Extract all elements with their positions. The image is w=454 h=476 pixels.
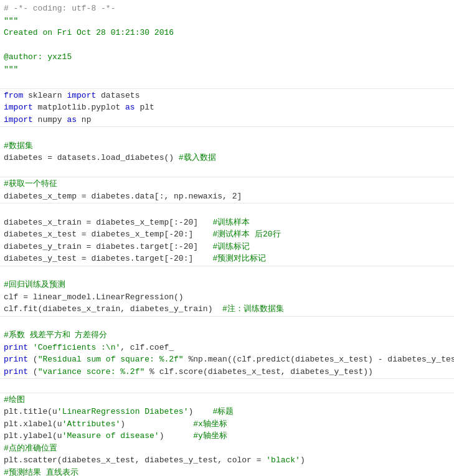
code-token: #测试样本 后20行 (212, 228, 280, 241)
code-token: as (67, 114, 77, 126)
code-token: #训练标记 (212, 241, 250, 253)
code-line: Created on Fri Oct 28 01:21:30 2016 (0, 27, 454, 39)
code-token: "variance score: %.2f" (38, 366, 145, 378)
code-token: plt.scatter(diabetes_x_test, diabetes_y_… (4, 454, 266, 467)
code-token: ) (300, 454, 305, 467)
code-token: """ (4, 15, 18, 27)
code-token: plt.title(u (4, 406, 57, 418)
code-line: @author: yxz15 (0, 51, 454, 63)
code-token: 'black' (266, 454, 300, 467)
code-token: """ (4, 63, 18, 76)
code-token: #注：训练数据集 (222, 303, 284, 315)
code-token: Created (4, 27, 38, 39)
code-token: matplotlib.pyplot (33, 101, 125, 114)
code-token: 28 01:21:30 2016 (91, 27, 174, 39)
code-token: from (4, 90, 23, 102)
code-token: plt.xlabel(u (4, 418, 62, 431)
code-token: ) (188, 406, 212, 418)
code-line: clf.fit(diabetes_x_train, diabetes_y_tra… (0, 303, 454, 315)
section-separator (0, 316, 454, 317)
code-editor: # -*- coding: utf-8 -*-"""Created on Fri… (0, 0, 454, 476)
code-token: import (4, 101, 33, 114)
code-line (0, 317, 454, 330)
code-token: 'LinearRegression Diabetes' (57, 406, 189, 418)
code-token: % clf.score(diabetes_x_test, diabetes_y_… (144, 366, 373, 378)
code-token: on Fri (38, 27, 77, 39)
code-line: diabetes_y_test = diabetes.target[-20:] … (0, 253, 454, 265)
section-separator (0, 266, 454, 266)
code-token: ) (159, 430, 194, 442)
code-token: #点的准确位置 (4, 442, 57, 455)
code-token: "Residual sum of square: %.2f" (38, 353, 184, 366)
section-separator (0, 393, 454, 393)
code-line: print 'Coefficients :\n', clf.coef_ (0, 342, 454, 354)
code-line: #回归训练及预测 (0, 279, 454, 291)
code-token: #获取一个特征 (4, 178, 57, 190)
code-token: import (4, 114, 33, 126)
code-token: ) (120, 418, 193, 431)
code-line: #预测结果 直线表示 (0, 467, 454, 477)
code-line (0, 75, 454, 88)
code-line: #系数 残差平方和 方差得分 (0, 329, 454, 342)
code-token: import (67, 90, 96, 102)
code-line: diabetes_x_train = diabetes_x_temp[:-20]… (0, 217, 454, 229)
code-token: plt.ylabel(u (4, 430, 62, 442)
code-line (0, 204, 454, 217)
code-token: diabetes_x_temp = diabetes.data[:, np.ne… (4, 190, 242, 203)
section-separator (0, 203, 454, 203)
code-token: #训练样本 (212, 217, 250, 229)
code-token: 'Coefficients :\n' (33, 342, 120, 354)
code-token: #x轴坐标 (193, 418, 227, 431)
code-line: diabetes = datasets.load_diabetes() #载入数… (0, 152, 454, 164)
code-token: #数据集 (4, 140, 33, 152)
code-line: print ("Residual sum of square: %.2f" %n… (0, 353, 454, 366)
code-token: Oct (77, 27, 91, 39)
code-token: #载入数据 (179, 152, 216, 164)
code-token: #回归训练及预测 (4, 279, 65, 291)
code-token: ( (28, 353, 38, 366)
code-token: # -*- coding: utf-8 -*- (4, 2, 115, 15)
code-line: print ("variance score: %.2f" % clf.scor… (0, 366, 454, 378)
code-line (0, 128, 454, 140)
code-line: diabetes_x_test = diabetes_x_temp[-20:] … (0, 228, 454, 241)
code-token: clf.fit(diabetes_x_train, diabetes_y_tra… (4, 303, 222, 315)
code-token: numpy (33, 114, 67, 126)
code-token (28, 342, 33, 354)
code-line: from sklearn import datasets (0, 90, 454, 102)
code-token: np (77, 114, 91, 126)
code-token: 'Measure of disease' (62, 430, 159, 442)
code-line: import numpy as np (0, 114, 454, 126)
code-token: @author: yxz15 (4, 51, 72, 63)
code-line: plt.title(u'LinearRegression Diabetes') … (0, 406, 454, 418)
code-token: plt (135, 101, 154, 114)
section-separator (0, 177, 454, 177)
code-token: as (125, 101, 135, 114)
code-token: %np.mean((clf.predict(diabetes_x_test) -… (184, 353, 454, 366)
code-token: clf = linear_model.LinearRegression() (4, 291, 184, 304)
code-line (0, 164, 454, 177)
code-token: print (4, 342, 28, 354)
code-line (0, 380, 454, 392)
code-token: #标题 (212, 406, 234, 418)
code-token: diabetes_x_train = diabetes_x_temp[:-20] (4, 217, 212, 229)
code-line: plt.xlabel(u'Attributes') #x轴坐标 (0, 418, 454, 431)
code-token: , clf.coef_ (120, 342, 174, 354)
code-token: diabetes = datasets.load_diabetes() (4, 152, 179, 164)
code-line (0, 39, 454, 52)
code-line: # -*- coding: utf-8 -*- (0, 2, 454, 15)
code-token: datasets (96, 90, 140, 102)
code-token: #y轴坐标 (193, 430, 227, 442)
code-token: #系数 残差平方和 方差得分 (4, 329, 107, 342)
code-token: print (4, 366, 28, 378)
code-token: ( (28, 366, 38, 378)
code-line: plt.ylabel(u'Measure of disease') #y轴坐标 (0, 430, 454, 442)
code-line: """ (0, 15, 454, 27)
code-line: diabetes_y_train = diabetes.target[:-20]… (0, 241, 454, 253)
code-token: #预测结果 直线表示 (4, 467, 78, 477)
code-line: #获取一个特征 (0, 178, 454, 190)
section-separator (0, 126, 454, 127)
code-token: sklearn (23, 90, 67, 102)
code-token: diabetes_y_train = diabetes.target[:-20] (4, 241, 212, 253)
code-token: #预测对比标记 (212, 253, 266, 265)
code-line: clf = linear_model.LinearRegression() (0, 291, 454, 304)
